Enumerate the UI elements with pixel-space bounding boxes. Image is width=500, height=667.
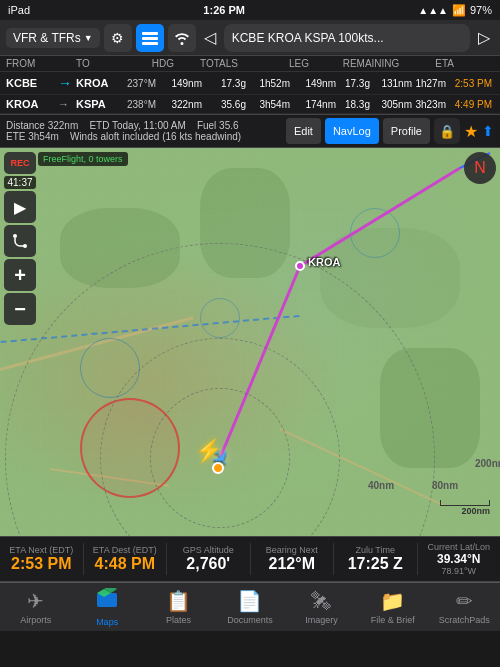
profile-button[interactable]: Profile <box>383 118 430 144</box>
play-button[interactable]: ▶ <box>4 191 36 223</box>
info-label-zulu: Zulu Time <box>355 545 395 555</box>
fp-arrow-2: → <box>58 98 76 110</box>
terrain-patch-4 <box>380 348 480 468</box>
range-label-80: 80nm <box>432 480 458 491</box>
freeflight-badge: FreeFlight, 0 towers <box>38 152 128 166</box>
fp-to-2: KSPA <box>76 98 118 110</box>
signal-icon: ▲▲▲ <box>418 5 448 16</box>
nav-arrow-left[interactable]: ◁ <box>200 26 220 49</box>
lock-icon-button[interactable]: 🔒 <box>434 118 460 144</box>
info-winds: Winds aloft included (16 kts headwind) <box>70 131 241 142</box>
nav-tab-airports[interactable]: ✈ Airports <box>0 585 71 629</box>
share-button[interactable]: ⬆ <box>482 118 494 144</box>
zoom-in-button[interactable]: + <box>4 259 36 291</box>
info-cell-zulu: Zulu Time 17:25 Z <box>334 543 418 575</box>
info-value-gps-alt: 2,760' <box>186 555 230 573</box>
info-label-eta-next: ETA Next (EDT) <box>9 545 73 555</box>
edit-button[interactable]: Edit <box>286 118 321 144</box>
status-time: 1:26 PM <box>203 4 245 16</box>
fp-to-1: KROA <box>76 77 118 89</box>
info-distance: Distance 322nm <box>6 120 78 131</box>
settings-icon-button[interactable]: ⚙ <box>104 24 132 52</box>
rec-button[interactable]: REC <box>4 152 36 174</box>
col-header-hdg: HDG <box>136 58 174 69</box>
fp-eta-1: 2:53 PM <box>446 78 492 89</box>
filebrief-icon: 📁 <box>380 589 405 613</box>
route-icon-button[interactable] <box>4 225 36 257</box>
svg-point-6 <box>13 234 17 238</box>
left-panel: REC 41:37 ▶ + − <box>0 148 40 329</box>
airports-icon: ✈ <box>27 589 44 613</box>
fp-hdg-1: 237°M <box>118 78 156 89</box>
top-toolbar: VFR & TFRs ▼ ⚙ ◁ ▷ <box>0 20 500 56</box>
scratchpads-label: ScratchPads <box>439 615 490 625</box>
flight-plan-table: FROM TO HDG TOTALS LEG REMAINING ETA KCB… <box>0 56 500 115</box>
nav-tab-documents[interactable]: 📄 Documents <box>214 585 285 629</box>
fp-tot-dist-2: 322nm <box>156 99 202 110</box>
navlog-button[interactable]: NavLog <box>325 118 379 144</box>
info-value-eta-dest: 4:48 PM <box>95 555 155 573</box>
waypoint-label-kroa: KROA <box>308 256 340 268</box>
col-header-eta: ETA <box>408 58 454 69</box>
fp-row-1[interactable]: KCBE → KROA 237°M 149nm 17.3g 1h52m 149n… <box>0 72 500 95</box>
imagery-label: Imagery <box>305 615 338 625</box>
info-label-latlon: Current Lat/Lon <box>427 542 490 552</box>
svg-rect-0 <box>142 32 158 35</box>
nav-tab-scratchpads[interactable]: ✏ ScratchPads <box>429 585 500 629</box>
compass-button[interactable]: N <box>464 152 496 184</box>
plates-icon: 📋 <box>166 589 191 613</box>
nav-tab-filebrief[interactable]: 📁 File & Brief <box>357 585 428 629</box>
plates-label: Plates <box>166 615 191 625</box>
fp-rem-time-2: 3h23m <box>412 99 446 110</box>
nav-arrow-right[interactable]: ▷ <box>474 26 494 49</box>
wifi-icon-button[interactable] <box>168 24 196 52</box>
range-label-200: 200nm <box>475 458 500 469</box>
info-value-zulu: 17:25 Z <box>348 555 403 573</box>
fp-leg-dist-2: 174nm <box>290 99 336 110</box>
col-header-to: TO <box>76 58 136 69</box>
airspace-circle-1 <box>80 338 140 398</box>
position-dot <box>212 462 224 474</box>
battery-indicator: 97% <box>470 4 492 16</box>
vfr-label: VFR & TFRs <box>13 31 81 45</box>
layers-icon-button[interactable] <box>136 24 164 52</box>
airspace-circle-2 <box>200 298 240 338</box>
info-value-bearing: 212°M <box>269 555 315 573</box>
scale-bar: 200nm <box>440 500 490 516</box>
device-label: iPad <box>8 4 30 16</box>
bottom-nav: ✈ Airports Maps 📋 Plates 📄 Documents 🛰 I… <box>0 582 500 631</box>
fp-leg-fuel-1: 17.3g <box>336 78 370 89</box>
maps-icon <box>96 588 118 615</box>
info-cell-latlon: Current Lat/Lon 39.34°N 78.91°W <box>418 540 501 578</box>
bottom-info-bar: ETA Next (EDT) 2:53 PM ETA Dest (EDT) 4:… <box>0 536 500 582</box>
wifi-icon: 📶 <box>452 4 466 17</box>
info-cell-gps-alt: GPS Altitude 2,760' <box>167 543 251 575</box>
fp-row-2[interactable]: KROA → KSPA 238°M 322nm 35.6g 3h54m 174n… <box>0 95 500 114</box>
col-header-totals: TOTALS <box>174 58 264 69</box>
info-cell-eta-next: ETA Next (EDT) 2:53 PM <box>0 543 84 575</box>
info-label-bearing: Bearing Next <box>266 545 318 555</box>
nav-tab-plates[interactable]: 📋 Plates <box>143 585 214 629</box>
imagery-icon: 🛰 <box>311 590 331 613</box>
fp-tot-fuel-2: 35.6g <box>202 99 246 110</box>
map-container[interactable]: 40nm 80nm 200nm KROA ✈ ⚡ FreeFlight, 0 t… <box>0 148 500 536</box>
nav-tab-maps[interactable]: Maps <box>71 584 142 631</box>
airports-label: Airports <box>20 615 51 625</box>
info-label-gps-alt: GPS Altitude <box>183 545 234 555</box>
airspace-circle-3 <box>350 208 400 258</box>
nav-tab-imagery[interactable]: 🛰 Imagery <box>286 586 357 629</box>
waypoint-kroa <box>295 261 305 271</box>
fp-leg-dist-1: 149nm <box>290 78 336 89</box>
fp-arrow-1: → <box>58 75 76 91</box>
fp-rem-time-1: 1h27m <box>412 78 446 89</box>
info-value-lat: 39.34°N <box>437 552 481 566</box>
svg-rect-1 <box>142 37 158 40</box>
search-input[interactable] <box>224 24 470 52</box>
terrain-patch-2 <box>200 168 290 278</box>
star-button[interactable]: ★ <box>464 118 478 144</box>
vfr-tfrs-button[interactable]: VFR & TFRs ▼ <box>6 28 100 48</box>
col-header-leg: LEG <box>264 58 334 69</box>
fp-header-row: FROM TO HDG TOTALS LEG REMAINING ETA <box>0 56 500 72</box>
zoom-out-button[interactable]: − <box>4 293 36 325</box>
fp-eta-2: 4:49 PM <box>446 99 492 110</box>
